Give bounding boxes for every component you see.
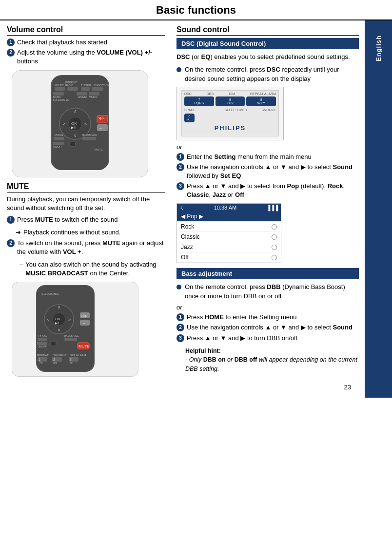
helpful-hint: Helpful hint: - Only DBB on or DBB off w…: [185, 346, 359, 374]
menu-item-rock: Rock: [177, 222, 281, 232]
mute-section: MUTE During playback, you can temporaril…: [7, 182, 165, 377]
menu-time: 10:38 AM: [214, 205, 236, 211]
sound-step-num-1: 1: [176, 153, 184, 161]
svg-text:RADIO: RADIO: [65, 84, 73, 87]
svg-text:OK: OK: [55, 317, 60, 321]
svg-text:abc: abc: [53, 361, 58, 364]
svg-rect-15: [53, 92, 64, 96]
svg-rect-65: [51, 342, 56, 346]
bullet-dot-2: [176, 285, 181, 289]
svg-rect-9: [81, 87, 90, 91]
svg-rect-63: [37, 342, 47, 345]
volume-control-section: Volume control 1 Check that playback has…: [7, 25, 165, 177]
mute-step-num-1: 1: [7, 216, 15, 224]
sound-steps-list: 1 Enter the Setting menu from the main m…: [176, 153, 359, 200]
menu-radio-classic: [272, 234, 277, 240]
volume-step-2: 2 Adjust the volume using the VOLUME (VO…: [7, 48, 165, 66]
svg-text:TUNER: TUNER: [81, 84, 91, 87]
svg-text:.?!&: .?!&: [39, 361, 43, 364]
svg-text:∧: ∧: [74, 109, 77, 114]
menu-radio-pop: [272, 214, 277, 219]
svg-text:VOL: VOL: [98, 116, 105, 119]
dsc-bullet-1: On the remote control, press DSC repeate…: [176, 65, 359, 84]
menu-item-jazz: Jazz: [177, 242, 281, 252]
eq-menu-display: ♫ 10:38 AM ▐▐▐ ◀ Pop ▶ Rock: [176, 203, 281, 263]
sound-step-num-2: 2: [176, 163, 184, 171]
svg-rect-17: [89, 92, 99, 96]
volume-step-1: 1 Check that playback has started: [7, 38, 165, 47]
svg-text:∨: ∨: [74, 133, 77, 138]
bass-bullet-1: On the remote control, press DBB (Dynami…: [176, 283, 359, 301]
svg-text:1: 1: [39, 358, 40, 361]
svg-text:def: def: [70, 361, 74, 364]
svg-rect-58: [38, 338, 47, 341]
step-num-1: 1: [7, 38, 15, 46]
svg-text:+: +: [83, 312, 85, 316]
svg-rect-32: [54, 137, 64, 140]
svg-text:∨: ∨: [58, 327, 61, 332]
menu-signal: ▐▐▐: [267, 205, 278, 211]
bass-step-num-3: 3: [176, 334, 184, 342]
svg-rect-29: [97, 124, 108, 131]
remote-image-2: TELECOMANDE OK ▶II ∧ ∨ < >: [12, 282, 138, 377]
or-text-2: or: [176, 304, 359, 311]
svg-text:<: <: [63, 122, 65, 127]
svg-text:STANDBY-ON: STANDBY-ON: [94, 84, 109, 87]
svg-rect-39: [70, 142, 75, 146]
svg-rect-37: [53, 142, 64, 145]
svg-text:OK: OK: [71, 121, 77, 126]
dsc-badge: DSC (Digital Sound Control): [176, 38, 359, 49]
volume-control-title: Volume control: [7, 25, 165, 36]
menu-item-pop: ◀ Pop ▶: [177, 212, 281, 222]
sound-step-3: 3 Press ▲ or ▼ and ▶ to select from Pop …: [176, 182, 359, 199]
svg-text:∧: ∧: [58, 305, 61, 309]
sound-step-2: 2 Use the navigation controls ▲ or ▼ and…: [176, 163, 359, 180]
svg-text:REPEAT: REPEAT: [37, 354, 49, 357]
bullet-dot-1: [176, 67, 181, 72]
svg-text:FOLLOWS ME: FOLLOWS ME: [53, 98, 70, 101]
bass-steps-list: 1 Press HOME to enter the Setting menu 2…: [176, 313, 359, 343]
page-number: 23: [7, 381, 359, 393]
bass-step-3: 3 Press ▲ or ▼ and ▶ to turn DBB on/off: [176, 334, 359, 343]
bass-step-num-2: 2: [176, 324, 184, 331]
sound-control-section: Sound control DSC (Digital Sound Control…: [176, 25, 359, 374]
svg-text:MENU: MENU: [89, 96, 98, 98]
svg-rect-10: [92, 87, 103, 91]
bass-step-2: 2 Use the navigation controls ▲ or ▼ and…: [176, 323, 359, 332]
menu-item-off: Off: [177, 252, 281, 263]
svg-text:<: <: [47, 317, 49, 322]
bass-badge: Bass adjustment: [176, 268, 359, 279]
dsc-intro: DSC (or EQ) enables you to select predef…: [176, 53, 359, 62]
mute-step-num-2: 2: [7, 239, 15, 247]
svg-rect-7: [55, 87, 65, 91]
bass-step-num-1: 1: [176, 313, 184, 321]
sound-control-title: Sound control: [176, 25, 359, 36]
svg-text:>: >: [68, 317, 71, 322]
remote-image-1: MUSIC INTERNET RADIO TUNER STANDBY-ON MU: [12, 70, 148, 177]
svg-text:–: –: [83, 321, 85, 325]
volume-control-list: 1 Check that playback has started 2 Adju…: [7, 38, 165, 66]
svg-text:ON/OFF: ON/OFF: [53, 145, 62, 148]
menu-item-classic: Classic: [177, 232, 281, 242]
svg-text:MUSIC: MUSIC: [55, 84, 64, 87]
mute-dash-note: – You can also switch on the sound by ac…: [20, 260, 165, 278]
svg-text:HOME: HOME: [78, 96, 87, 98]
svg-text:3: 3: [70, 358, 72, 361]
svg-text:ON/OFF: ON/OFF: [38, 345, 47, 348]
svg-text:–: –: [99, 126, 102, 130]
menu-radio-off: [272, 255, 277, 260]
language-sidebar: English: [365, 20, 392, 398]
sidebar-language-label: English: [375, 35, 382, 61]
or-text-1: or: [176, 143, 359, 151]
mute-step-2: 2 To switch on the sound, press MUTE aga…: [7, 239, 165, 256]
bass-step-1: 1 Press HOME to enter the Setting menu: [176, 313, 359, 322]
menu-radio-rock: [272, 224, 277, 230]
svg-text:▶II: ▶II: [55, 322, 59, 325]
svg-rect-34: [82, 137, 96, 140]
mute-step-1: 1 Press MUTE to switch off the sound: [7, 215, 165, 224]
menu-music-icon: ♫: [180, 205, 184, 211]
svg-text:BACKSPACE: BACKSPACE: [82, 134, 98, 136]
mute-arrow-note: ➜ Playback continues without sound.: [16, 228, 165, 237]
mute-step2-list: 2 To switch on the sound, press MUTE aga…: [7, 239, 165, 256]
mute-steps-list: 1 Press MUTE to switch off the sound: [7, 215, 165, 224]
